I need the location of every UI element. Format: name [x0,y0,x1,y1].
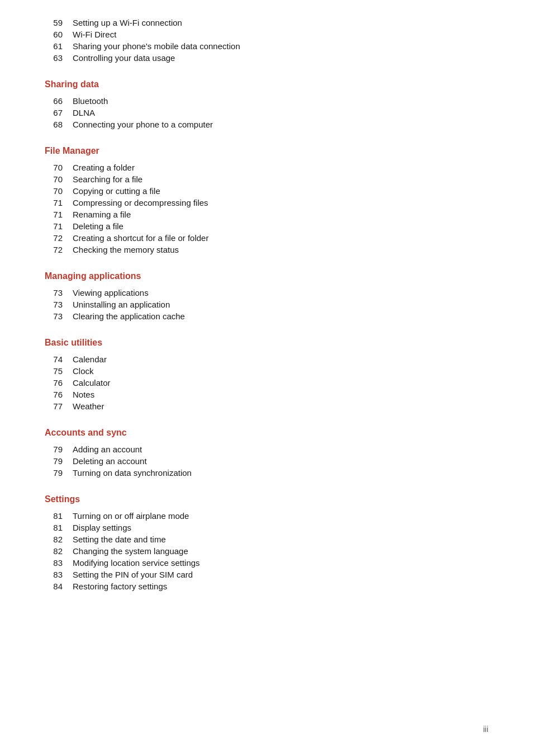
toc-list-managing-applications: 73Viewing applications73Uninstalling an … [45,287,488,322]
list-item: 75Clock [45,365,488,377]
list-item: 76Calculator [45,377,488,389]
page-number: 76 [45,378,73,388]
entry-text: Weather [73,401,488,411]
entry-text: Modifying location service settings [73,558,488,568]
toc-section-accounts-and-sync: Accounts and sync79Adding an account79De… [45,428,488,479]
toc-section-sharing-data: Sharing data66Bluetooth67DLNA68Connectin… [45,79,488,130]
list-item: 79Turning on data synchronization [45,467,488,479]
page-number: 71 [45,210,73,219]
page-number: 83 [45,570,73,579]
page-number: 75 [45,366,73,376]
page-number: 66 [45,96,73,106]
section-title-accounts-and-sync: Accounts and sync [45,428,488,438]
toc-container: 59Setting up a Wi-Fi connection60Wi-Fi D… [45,17,488,592]
list-item: 79Adding an account [45,443,488,455]
toc-section-managing-applications: Managing applications73Viewing applicati… [45,271,488,322]
page-number: 82 [45,535,73,544]
list-item: 71Renaming a file [45,209,488,220]
page-number: 72 [45,245,73,254]
entry-text: Restoring factory settings [73,582,488,591]
entry-text: Viewing applications [73,288,488,297]
toc-list-accounts-and-sync: 79Adding an account79Deleting an account… [45,443,488,479]
toc-list-sharing-data: 66Bluetooth67DLNA68Connecting your phone… [45,95,488,130]
entry-text: Controlling your data usage [73,53,488,63]
entry-text: Deleting a file [73,221,488,231]
entry-text: Creating a folder [73,163,488,172]
entry-text: Turning on or off airplane mode [73,511,488,521]
section-title-basic-utilities: Basic utilities [45,338,488,348]
toc-section-wifi-section: 59Setting up a Wi-Fi connection60Wi-Fi D… [45,17,488,64]
entry-text: Setting the date and time [73,535,488,544]
toc-section-file-manager: File Manager70Creating a folder70Searchi… [45,146,488,256]
page-number: 79 [45,456,73,466]
list-item: 84Restoring factory settings [45,580,488,592]
entry-text: Display settings [73,523,488,532]
list-item: 71Compressing or decompressing files [45,197,488,209]
entry-text: Adding an account [73,445,488,454]
list-item: 72Creating a shortcut for a file or fold… [45,232,488,244]
entry-text: Clearing the application cache [73,311,488,321]
list-item: 81Turning on or off airplane mode [45,510,488,522]
list-item: 82Changing the system language [45,545,488,557]
list-item: 71Deleting a file [45,220,488,232]
entry-text: Compressing or decompressing files [73,198,488,207]
list-item: 77Weather [45,400,488,412]
list-item: 73Uninstalling an application [45,299,488,310]
page-number: 59 [45,18,73,27]
page-number: 73 [45,300,73,309]
entry-text: Uninstalling an application [73,300,488,309]
page-number: 77 [45,401,73,411]
entry-text: Sharing your phone's mobile data connect… [73,41,488,51]
list-item: 61Sharing your phone's mobile data conne… [45,40,488,52]
entry-text: Calculator [73,378,488,388]
page-number: 72 [45,233,73,243]
entry-text: Searching for a file [73,174,488,184]
list-item: 81Display settings [45,522,488,533]
toc-section-basic-utilities: Basic utilities74Calendar75Clock76Calcul… [45,338,488,412]
list-item: 67DLNA [45,107,488,119]
entry-text: Changing the system language [73,546,488,556]
page-number: 82 [45,546,73,556]
entry-text: DLNA [73,108,488,117]
page-number: 73 [45,288,73,297]
page-number: 81 [45,511,73,521]
entry-text: Checking the memory status [73,245,488,254]
page-number: 70 [45,174,73,184]
entry-text: Clock [73,366,488,376]
list-item: 83Modifying location service settings [45,557,488,569]
entry-text: Renaming a file [73,210,488,219]
entry-text: Wi-Fi Direct [73,30,488,39]
page-number: 71 [45,198,73,207]
entry-text: Setting the PIN of your SIM card [73,570,488,579]
page-number: 81 [45,523,73,532]
page-number: 76 [45,390,73,399]
list-item: 70Copying or cutting a file [45,185,488,197]
section-title-settings: Settings [45,494,488,504]
entry-text: Bluetooth [73,96,488,106]
list-item: 66Bluetooth [45,95,488,107]
toc-list-wifi-section: 59Setting up a Wi-Fi connection60Wi-Fi D… [45,17,488,64]
page-number: 61 [45,41,73,51]
list-item: 60Wi-Fi Direct [45,29,488,40]
list-item: 83Setting the PIN of your SIM card [45,569,488,580]
page-number: 70 [45,163,73,172]
page-number: 79 [45,445,73,454]
page-number: 71 [45,221,73,231]
entry-text: Turning on data synchronization [73,468,488,478]
list-item: 70Creating a folder [45,162,488,173]
section-title-managing-applications: Managing applications [45,271,488,281]
list-item: 82Setting the date and time [45,533,488,545]
list-item: 74Calendar [45,353,488,365]
page-number: 83 [45,558,73,568]
page-footer: iii [483,725,488,734]
list-item: 79Deleting an account [45,455,488,467]
entry-text: Creating a shortcut for a file or folder [73,233,488,243]
toc-list-basic-utilities: 74Calendar75Clock76Calculator76Notes77We… [45,353,488,412]
section-title-sharing-data: Sharing data [45,79,488,89]
list-item: 59Setting up a Wi-Fi connection [45,17,488,29]
toc-section-settings: Settings81Turning on or off airplane mod… [45,494,488,592]
page-number: 74 [45,355,73,364]
list-item: 63Controlling your data usage [45,52,488,64]
entry-text: Setting up a Wi-Fi connection [73,18,488,27]
list-item: 73Viewing applications [45,287,488,299]
